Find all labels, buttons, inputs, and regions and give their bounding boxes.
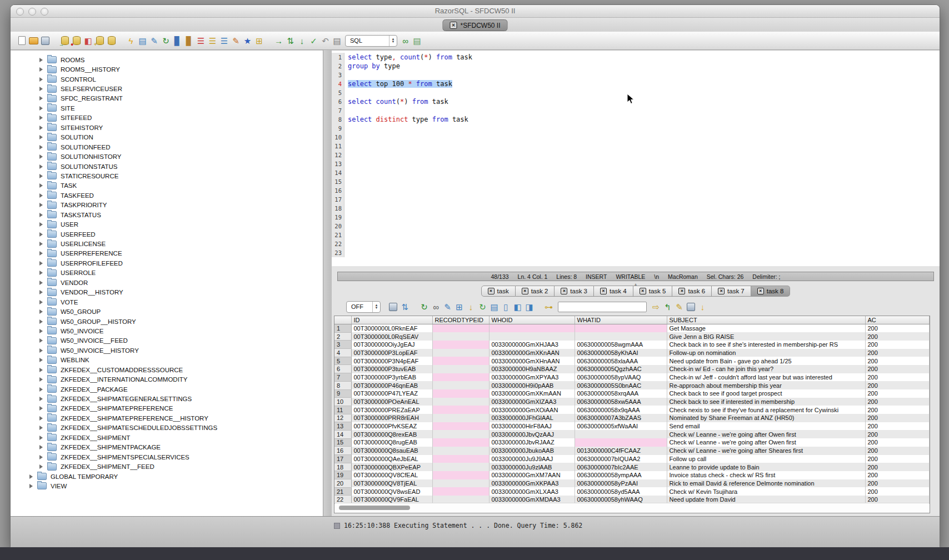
result-cell[interactable]	[432, 406, 489, 414]
result-cell[interactable]: Check back to see if interested in membe…	[667, 398, 865, 406]
align-statements-icon[interactable]: ☰	[219, 36, 229, 46]
tree-item-userrole[interactable]: USERROLE	[11, 268, 323, 278]
result-cell[interactable]: 200	[865, 471, 930, 479]
tab-close-icon[interactable]: ✕	[600, 288, 607, 294]
result-cell[interactable]: 00T3000000Q8sauEAB	[351, 447, 432, 455]
result-cell[interactable]: 00630000007bIQUAA2	[575, 455, 667, 463]
tab-close-icon[interactable]: ✕	[561, 288, 567, 294]
tab-close-icon[interactable]: ✕	[522, 288, 528, 294]
result-cell[interactable]	[432, 349, 489, 357]
disclosure-triangle-icon[interactable]	[39, 67, 43, 72]
result-cell[interactable]: 00T3000000QV8wsEAD	[351, 487, 432, 496]
result-cell[interactable]: 00T3000000QV8TjEAL	[351, 479, 432, 488]
copy-connection-icon[interactable]: ◧	[83, 36, 93, 46]
tree-item-weblink[interactable]: WEBLINK	[11, 356, 323, 365]
save-grid-icon[interactable]	[686, 302, 696, 312]
result-cell[interactable]: 0033000000GmXHnAAN	[489, 357, 575, 365]
tab-close-icon[interactable]: ✕	[488, 288, 495, 294]
editor-line[interactable]: 8select distinct type from task	[332, 115, 940, 124]
database-connection-icon[interactable]	[106, 36, 117, 46]
result-cell[interactable]: Rick to email David & reference Delmonte…	[667, 479, 865, 488]
result-cell[interactable]: Check w/ Kevin Tsujihara	[667, 487, 865, 496]
tree-item-w50-group[interactable]: W50_GROUP	[11, 307, 323, 316]
result-cell[interactable]: 0033000000Ju9zlAAB	[489, 463, 575, 471]
result-cell[interactable]: 200	[865, 479, 930, 488]
tree-item-zkfedex-shipmatescheduledjobssettings[interactable]: ZKFEDEX__SHIPMATESCHEDULEDJOBSSETTINGS	[11, 423, 323, 433]
result-cell[interactable]	[432, 463, 489, 471]
result-tab-task[interactable]: ✕task	[481, 286, 516, 297]
result-cell[interactable]: 200	[865, 406, 930, 414]
execute-forward-icon[interactable]: →	[273, 36, 284, 46]
result-cell[interactable]: 006300000058xlaAAA	[575, 357, 667, 365]
result-cell[interactable]: 200	[865, 381, 930, 389]
describe-results-icon[interactable]: ▤	[489, 302, 500, 312]
result-cell[interactable]: 00630000007A3bZAAS	[575, 414, 667, 422]
result-cell[interactable]: Invoice status check - check w/ RS first	[667, 471, 865, 479]
save-file-icon[interactable]	[40, 36, 51, 46]
disclosure-triangle-icon[interactable]	[39, 290, 43, 294]
result-cell[interactable]: Nominated by Shane Freeman at ANZ (HR50)	[667, 414, 865, 422]
result-cell[interactable]: 00T3000000P3LopEAF	[351, 349, 432, 357]
rollback-icon[interactable]: ↶	[320, 36, 331, 46]
tree-item-selfserviceuser[interactable]: SELFSERVICEUSER	[11, 84, 323, 93]
tree-item-w50-group-history[interactable]: W50_GROUP__HISTORY	[11, 317, 323, 326]
statement-mode-select[interactable]: SQL ▲▼	[345, 35, 397, 47]
tree-item-global-temporary[interactable]: GLOBAL TEMPORARY	[11, 472, 323, 481]
result-cell[interactable]: 00T3000000Q8rugEAB	[351, 438, 432, 447]
result-row[interactable]: 1100T3000000PREZaEAP0033000000GmXOiAAN00…	[334, 406, 930, 414]
editor-line[interactable]: 11	[332, 142, 940, 151]
result-cell[interactable]: 200	[865, 349, 930, 357]
result-row[interactable]: 100T3000000L0RknEAFGet Massage200	[334, 324, 930, 333]
tree-item-task[interactable]: TASK	[11, 181, 323, 191]
result-cell[interactable]	[575, 324, 667, 333]
disclosure-triangle-icon[interactable]	[39, 96, 43, 101]
disclosure-triangle-icon[interactable]	[39, 464, 43, 469]
save-results-icon[interactable]	[388, 302, 398, 312]
result-row[interactable]: 2000T3000000QV8TjEAL0033000000GmXKPAA300…	[334, 479, 930, 488]
editor-line[interactable]: 17	[332, 195, 940, 204]
disclosure-triangle-icon[interactable]	[39, 183, 43, 188]
column-header-whoid[interactable]: WHOID	[489, 316, 575, 324]
disclosure-triangle-icon[interactable]	[39, 145, 43, 149]
result-cell[interactable]	[432, 357, 489, 365]
result-cell[interactable]: Re-approach about membership this year	[667, 381, 865, 389]
result-cell[interactable]	[432, 447, 489, 455]
disclosure-triangle-icon[interactable]	[39, 77, 43, 82]
editor-line[interactable]: 9	[332, 124, 940, 133]
edit-statement-icon[interactable]: ☰	[207, 36, 218, 46]
tree-item-zkfedex-shipmentspecialservices[interactable]: ZKFEDEX__SHIPMENTSPECIALSERVICES	[11, 452, 323, 462]
result-cell[interactable]: Check back to see if good target prospec…	[667, 389, 865, 398]
tree-item-solutionhistory[interactable]: SOLUTIONHISTORY	[11, 152, 323, 161]
editor-line[interactable]: 3	[332, 71, 940, 79]
tree-item-taskfeed[interactable]: TASKFEED	[11, 191, 323, 200]
result-cell[interactable]: 00T3000000PfvKSEAZ	[351, 422, 432, 431]
result-row[interactable]: 2100T3000000QV8wsEAD0033000000GmXLXAA300…	[334, 487, 930, 496]
go-to-result-icon[interactable]: ⇨	[651, 302, 661, 312]
result-cell[interactable]: 00T3000000QAeJbEAL	[351, 455, 432, 463]
editor-line[interactable]: 19	[332, 213, 940, 222]
disclosure-triangle-icon[interactable]	[39, 203, 43, 207]
result-cell[interactable]: 00630000005QgzhAAC	[575, 365, 667, 373]
result-cell[interactable]: 0033000000H9i0pAAB	[489, 381, 575, 389]
tree-item-zkfedex-package[interactable]: ZKFEDEX__PACKAGE	[11, 384, 323, 394]
copy-rows-icon[interactable]: ◧	[512, 302, 523, 312]
tree-item-rooms-history[interactable]: ROOMS__HISTORY	[11, 64, 323, 74]
result-cell[interactable]: 200	[865, 430, 930, 438]
result-cell[interactable]: 0033000000GmXHJAA3	[489, 341, 575, 349]
tree-item-w50-invoice-history[interactable]: W50_INVOICE__HISTORY	[11, 346, 323, 355]
disclosure-triangle-icon[interactable]	[39, 193, 43, 198]
result-cell[interactable]: 200	[865, 414, 930, 422]
result-cell[interactable]: 200	[865, 373, 930, 382]
tree-item-userfeed[interactable]: USERFEED	[11, 229, 323, 239]
editor-line[interactable]: 7	[332, 106, 940, 115]
result-cell[interactable]: Check back in to see if she's interested…	[667, 341, 865, 349]
editor-line[interactable]: 12	[332, 151, 940, 159]
editor-line[interactable]: 2group by type	[332, 62, 940, 71]
result-row[interactable]: 900T3000000P47LYEAZ0033000000GmXKmAAN006…	[334, 389, 930, 398]
editor-line[interactable]: 16	[332, 186, 940, 195]
open-file-icon[interactable]	[28, 36, 39, 46]
reload-sql-icon[interactable]: ↻	[161, 36, 171, 46]
result-cell[interactable]: 0033000000GmXM7AAN	[489, 471, 575, 479]
result-cell[interactable]: 00T3000000P47LYEAZ	[351, 389, 432, 398]
tree-item-view[interactable]: VIEW	[11, 481, 323, 491]
